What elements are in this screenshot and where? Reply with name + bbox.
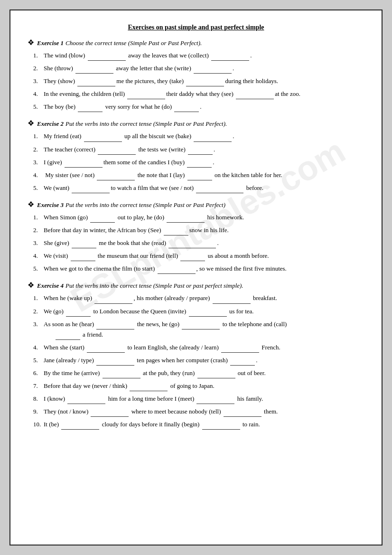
blank — [72, 187, 110, 193]
exercise-3-label: Exercise 3 — [37, 201, 64, 209]
list-item: 7. Before that day we (never / think) of… — [33, 381, 364, 391]
blank — [78, 105, 103, 112]
blank — [180, 254, 205, 261]
list-item: 5. When we got to the cinema the film (t… — [33, 263, 364, 274]
blank — [224, 410, 261, 417]
blank — [97, 174, 135, 180]
blank — [197, 372, 235, 378]
list-item: 4. My sister (see / not) the note that I… — [33, 170, 364, 180]
blank — [187, 174, 212, 180]
exercise-4-instruction: Put the verbs into the correct tense (Si… — [65, 282, 243, 290]
list-item: 3. As soon as he (hear) the news, he (go… — [33, 319, 364, 340]
worksheet-page: ESLprintables.com Exercises on past simp… — [9, 9, 383, 546]
exercise-4: ❖ Exercise 4 Put the verbs into the corr… — [28, 281, 364, 430]
list-item: 5. The boy (be) very sorry for what he (… — [33, 102, 364, 112]
exercise-3-header: ❖ Exercise 3 Put the verbs into the corr… — [28, 200, 364, 209]
blank — [167, 216, 205, 223]
blank — [202, 423, 240, 430]
blank — [67, 397, 105, 404]
blank — [87, 346, 125, 353]
blank — [72, 242, 96, 248]
blank — [194, 67, 232, 74]
exercise-3: ❖ Exercise 3 Put the verbs into the corr… — [28, 200, 364, 274]
blank — [211, 54, 249, 61]
list-item: 2. The teacher (correct) the tests we (w… — [33, 144, 364, 155]
blank — [168, 242, 216, 248]
list-item: 2. She (throw) away the letter that she … — [33, 63, 364, 74]
blank — [221, 346, 259, 353]
blank — [194, 135, 232, 142]
list-item: 5. Jane (already / type) ten pages when … — [33, 355, 364, 366]
exercise-2: ❖ Exercise 2 Put the verbs into the corr… — [28, 119, 364, 193]
list-item: 9. They (not / know) where to meet becau… — [33, 406, 364, 417]
blank — [90, 216, 115, 223]
list-item: 3. She (give) me the book that she (read… — [33, 238, 364, 248]
list-item: 5. We (want) to watch a film that we (se… — [33, 183, 364, 193]
blank — [158, 267, 196, 274]
list-item: 2. We (go) to London because the Queen (… — [33, 306, 364, 317]
blank — [91, 410, 129, 417]
exercise-2-list: 1. My friend (eat) up all the biscuit we… — [28, 131, 364, 193]
blank — [84, 135, 122, 142]
blank — [88, 54, 126, 61]
blank — [65, 161, 103, 168]
blank — [94, 297, 132, 304]
blank — [77, 80, 115, 86]
blank — [130, 385, 168, 391]
blank — [196, 187, 243, 193]
blank — [174, 105, 199, 112]
blank — [98, 148, 136, 155]
blank — [182, 323, 220, 329]
exercise-1-instruction: Choose the correct tense (Simple Past or… — [65, 39, 202, 47]
exercise-1-label: Exercise 1 — [37, 39, 64, 47]
exercise-4-label: Exercise 4 — [37, 282, 64, 290]
bullet-2: ❖ — [28, 119, 34, 128]
blank — [196, 397, 234, 404]
blank — [71, 254, 95, 261]
blank — [236, 93, 274, 99]
exercise-3-instruction: Put the verbs into the correct tense (Si… — [65, 201, 225, 209]
exercise-2-instruction: Put the verbs into the correct tense (Si… — [65, 120, 227, 128]
exercise-2-header: ❖ Exercise 2 Put the verbs into the corr… — [28, 119, 364, 128]
bullet-3: ❖ — [28, 200, 34, 209]
blank — [61, 423, 99, 430]
list-item: 6. By the time he (arrive) at the pub, t… — [33, 368, 364, 378]
blank — [127, 93, 165, 99]
blank — [75, 67, 113, 74]
list-item: 1. The wind (blow) away the leaves that … — [33, 50, 364, 61]
exercise-3-list: 1. When Simon (go) out to play, he (do) … — [28, 212, 364, 274]
bullet-1: ❖ — [28, 38, 34, 47]
list-item: 1. When Simon (go) out to play, he (do) … — [33, 212, 364, 223]
blank — [230, 359, 255, 366]
blank — [189, 310, 227, 317]
list-item: 4. When she (start) to learn English, sh… — [33, 342, 364, 353]
blank — [213, 297, 251, 304]
exercise-4-header: ❖ Exercise 4 Put the verbs into the corr… — [28, 281, 364, 290]
list-item: 1. My friend (eat) up all the biscuit we… — [33, 131, 364, 141]
list-item: 4. In the evening, the children (tell) t… — [33, 89, 364, 99]
main-title: Exercises on past simple and past perfec… — [28, 24, 364, 31]
blank — [103, 372, 140, 378]
blank — [66, 310, 91, 317]
list-item: 8. I (know) him for a long time before I… — [33, 394, 364, 404]
blank — [96, 323, 134, 329]
blank — [188, 148, 213, 155]
blank — [186, 80, 224, 86]
bullet-4: ❖ — [28, 281, 34, 290]
blank — [187, 161, 212, 168]
list-item: 4. We (visit) the museum that our friend… — [33, 251, 364, 261]
list-item: 2. Before that day in winter, the Africa… — [33, 225, 364, 235]
blank — [56, 333, 80, 340]
list-item: 3. I (give) them some of the candies I (… — [33, 157, 364, 168]
exercise-4-list: 1. When he (wake up) , his mother (alrea… — [28, 293, 364, 430]
list-item: 10. It (be) cloudy for days before it fi… — [33, 419, 364, 430]
blank — [96, 359, 134, 366]
exercise-1-list: 1. The wind (blow) away the leaves that … — [28, 50, 364, 112]
exercise-1: ❖ Exercise 1 Choose the correct tense (S… — [28, 38, 364, 112]
exercise-1-header: ❖ Exercise 1 Choose the correct tense (S… — [28, 38, 364, 47]
list-item: 3. They (show) me the pictures, they (ta… — [33, 76, 364, 86]
blank — [164, 229, 188, 235]
exercise-2-label: Exercise 2 — [37, 120, 64, 128]
content-area: Exercises on past simple and past perfec… — [28, 24, 364, 430]
list-item: 1. When he (wake up) , his mother (alrea… — [33, 293, 364, 303]
